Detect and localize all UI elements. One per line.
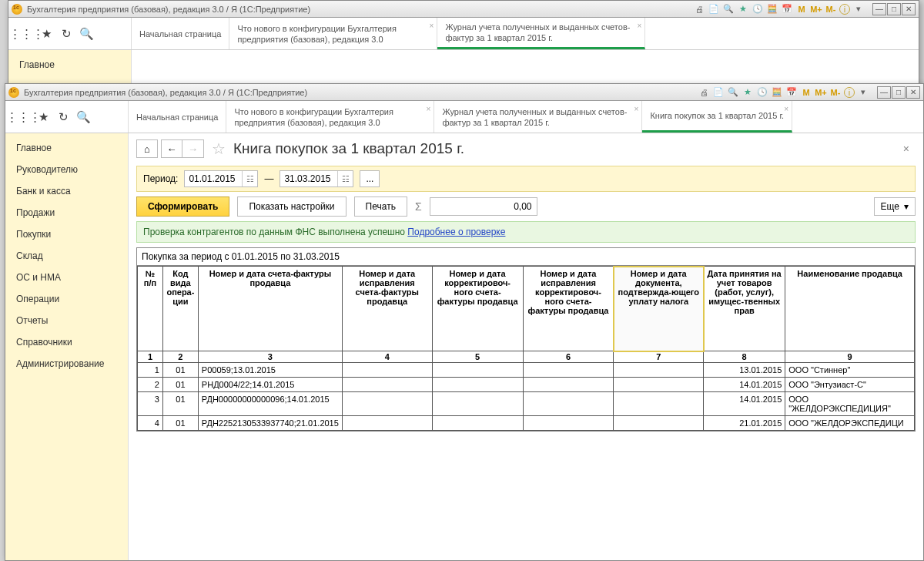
search-icon[interactable]: 🔍 xyxy=(76,110,90,124)
info-bar: Проверка контрагентов по данным ФНС выпо… xyxy=(136,221,916,243)
period-picker-button[interactable]: ... xyxy=(360,170,380,187)
print-button[interactable]: Печать xyxy=(354,197,407,217)
favorite-icon[interactable]: ★ xyxy=(742,86,754,99)
maximize-button[interactable]: □ xyxy=(887,3,901,15)
period-to-input[interactable] xyxy=(280,173,337,184)
chevron-down-icon: ▾ xyxy=(904,201,909,212)
minimize-button[interactable]: — xyxy=(877,86,891,99)
column-header: № п/п xyxy=(138,267,163,351)
toolbar-icon[interactable]: 🕓 xyxy=(752,3,764,15)
home-button[interactable]: ⌂ xyxy=(136,139,158,158)
show-settings-button[interactable]: Показать настройки xyxy=(237,197,346,217)
apps-icon[interactable]: ⋮⋮⋮ xyxy=(19,27,33,41)
star-icon[interactable]: ★ xyxy=(36,110,50,124)
history-icon[interactable]: ↻ xyxy=(59,27,73,41)
generate-button[interactable]: Сформировать xyxy=(136,197,229,217)
sidebar-item[interactable]: Операции xyxy=(5,288,128,310)
tab-close-icon[interactable]: × xyxy=(430,21,434,32)
sidebar-item[interactable]: Справочники xyxy=(5,331,128,353)
m-plus-button[interactable]: M+ xyxy=(810,3,822,15)
tab-close-icon[interactable]: × xyxy=(427,104,431,115)
history-icon[interactable]: ↻ xyxy=(56,110,70,124)
m-minus-button[interactable]: M- xyxy=(829,86,842,99)
sidebar-item[interactable]: Главное xyxy=(8,50,131,76)
column-header: Наименование продавца xyxy=(785,267,915,351)
period-from-input[interactable] xyxy=(185,173,242,184)
dropdown-icon[interactable]: ▾ xyxy=(852,3,865,15)
m-minus-button[interactable]: M- xyxy=(825,3,837,15)
star-icon[interactable]: ★ xyxy=(39,27,53,41)
m-button[interactable]: M xyxy=(795,3,808,15)
sidebar-item[interactable]: Склад xyxy=(5,245,128,267)
column-number: 7 xyxy=(614,351,704,363)
forward-button[interactable]: → xyxy=(182,139,204,158)
column-number: 2 xyxy=(162,351,198,363)
table-row[interactable]: 201РНД0004/22;14.01.201514.01.2015ООО "Э… xyxy=(138,378,915,392)
tab-journal[interactable]: Журнал учета полученных и выданных счето… xyxy=(437,18,645,49)
close-button[interactable]: ✕ xyxy=(902,3,916,15)
column-header: Дата принятия на учет товаров (работ, ус… xyxy=(704,267,785,351)
column-number: 5 xyxy=(432,351,523,363)
tab-home[interactable]: Начальная страница xyxy=(129,101,226,133)
tab-purchase-book[interactable]: Книга покупок за 1 квартал 2015 г.× xyxy=(642,101,792,133)
page-title: Книга покупок за 1 квартал 2015 г. xyxy=(233,140,464,157)
toolbar-icon[interactable]: 🖨 xyxy=(693,3,705,15)
tab-close-icon[interactable]: × xyxy=(638,21,642,32)
calendar-icon[interactable]: ☷ xyxy=(242,171,257,186)
sidebar-item[interactable]: Продажи xyxy=(5,202,128,223)
apps-icon[interactable]: ⋮⋮⋮ xyxy=(16,110,30,124)
table-row[interactable]: 101Р00059;13.01.201513.01.2015ООО "Стинн… xyxy=(138,363,915,378)
sidebar-item[interactable]: ОС и НМА xyxy=(5,267,128,288)
m-button[interactable]: M xyxy=(800,86,812,99)
sidebar-item[interactable]: Главное xyxy=(5,133,128,159)
tab-home[interactable]: Начальная страница xyxy=(132,18,229,49)
toolbar-icon[interactable]: 🖨 xyxy=(698,86,710,99)
m-plus-button[interactable]: M+ xyxy=(815,86,827,99)
column-header: Номер и дата корректировоч-ного счета-фа… xyxy=(432,267,523,351)
calendar-icon[interactable]: ☷ xyxy=(337,171,353,186)
close-button[interactable]: ✕ xyxy=(906,86,920,99)
calendar-icon[interactable]: 📅 xyxy=(785,86,798,99)
tab-journal[interactable]: Журнал учета полученных и выданных счето… xyxy=(434,101,642,133)
favorite-star-icon[interactable]: ☆ xyxy=(212,139,226,158)
toolbar-icon[interactable]: 📄 xyxy=(712,86,725,99)
dropdown-icon[interactable]: ▾ xyxy=(857,86,869,99)
tab-close-icon[interactable]: × xyxy=(784,104,788,115)
table-row[interactable]: 401РДН2252130533937740;21.01.201521.01.2… xyxy=(138,416,915,431)
column-header: Номер и дата исправления счета-фактуры п… xyxy=(342,267,432,351)
column-number: 3 xyxy=(198,351,342,363)
info-icon[interactable]: i xyxy=(844,87,855,98)
info-link[interactable]: Подробнее о проверке xyxy=(407,227,505,237)
tab-whatsnew[interactable]: Что нового в конфигурации Бухгалтерия пр… xyxy=(229,18,437,49)
info-icon[interactable]: i xyxy=(839,4,850,15)
calendar-icon[interactable]: 📅 xyxy=(781,3,793,15)
calc-icon[interactable]: 🧮 xyxy=(766,3,778,15)
sidebar-item[interactable]: Банк и касса xyxy=(5,180,128,202)
favorite-icon[interactable]: ★ xyxy=(737,3,749,15)
toolbar-icon[interactable]: 📄 xyxy=(708,3,720,15)
report-caption: Покупка за период с 01.01.2015 по 31.03.… xyxy=(137,248,915,266)
more-button[interactable]: Еще▾ xyxy=(874,197,916,216)
tab-whatsnew[interactable]: Что нового в конфигурации Бухгалтерия пр… xyxy=(226,101,434,133)
column-number: 9 xyxy=(785,351,915,363)
back-button[interactable]: ← xyxy=(161,139,182,158)
sum-field[interactable] xyxy=(430,197,537,216)
report-table: № п/пКод вида опера-цииНомер и дата счет… xyxy=(137,266,915,431)
sidebar-item[interactable]: Руководителю xyxy=(5,159,128,180)
sidebar-item[interactable]: Покупки xyxy=(5,223,128,245)
column-number: 1 xyxy=(138,351,163,363)
minimize-button[interactable]: — xyxy=(872,3,886,15)
toolbar-icon[interactable]: 🔍 xyxy=(727,86,739,99)
sidebar-item[interactable]: Администрирование xyxy=(5,353,128,375)
tab-close-icon[interactable]: × xyxy=(634,104,639,115)
calc-icon[interactable]: 🧮 xyxy=(771,86,783,99)
column-header: Номер и дата документа, подтвержда-ющего… xyxy=(614,267,704,351)
sidebar-item[interactable]: Отчеты xyxy=(5,310,128,331)
toolbar-icon[interactable]: 🔍 xyxy=(722,3,735,15)
toolbar-icon[interactable]: 🕓 xyxy=(756,86,768,99)
search-icon[interactable]: 🔍 xyxy=(79,27,93,41)
window-title: Бухгалтерия предприятия (базовая), редак… xyxy=(24,88,307,97)
maximize-button[interactable]: □ xyxy=(892,86,906,99)
close-page-button[interactable]: × xyxy=(897,143,916,155)
table-row[interactable]: 301РДН00000000000096;14.01.201514.01.201… xyxy=(138,392,915,416)
